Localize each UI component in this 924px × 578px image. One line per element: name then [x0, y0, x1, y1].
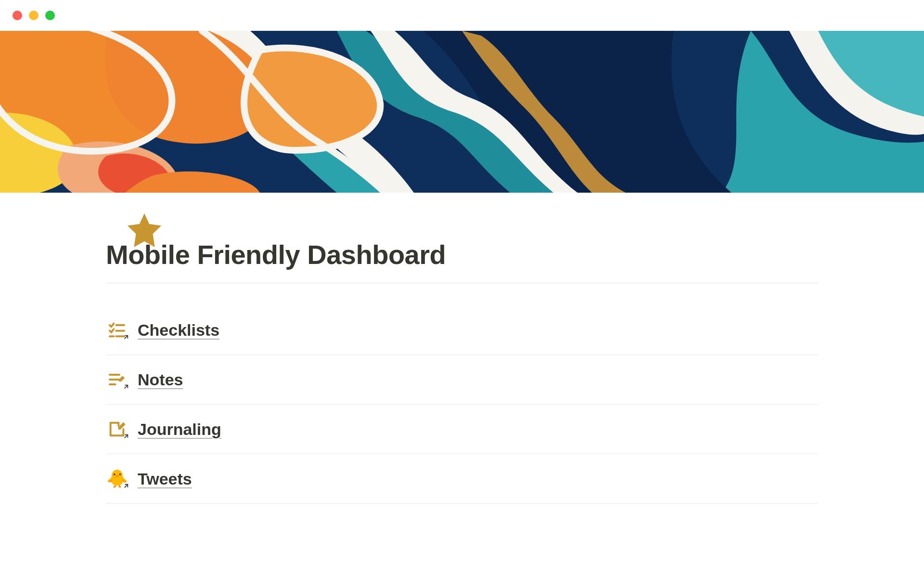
star-icon	[124, 210, 165, 256]
notes-icon	[106, 368, 128, 391]
title-divider	[106, 283, 818, 283]
close-window-button[interactable]	[13, 11, 22, 20]
link-arrow-icon	[122, 433, 130, 442]
journal-icon	[106, 418, 128, 440]
link-arrow-icon	[122, 383, 130, 393]
page-link-label: Notes	[138, 370, 183, 389]
window-controls	[13, 11, 55, 20]
page-title[interactable]: Mobile Friendly Dashboard	[106, 239, 818, 270]
maximize-window-button[interactable]	[45, 11, 55, 20]
page-body: Mobile Friendly Dashboard Checklists	[63, 239, 861, 504]
link-arrow-icon	[122, 333, 130, 343]
page-links: Checklists Notes	[106, 305, 818, 504]
page-link-tweets[interactable]: 🐥 Tweets	[106, 454, 818, 504]
page-link-notes[interactable]: Notes	[106, 355, 818, 405]
page-link-label: Tweets	[138, 470, 192, 488]
page-link-label: Journaling	[138, 420, 221, 439]
titlebar	[0, 0, 924, 31]
app-window: Mobile Friendly Dashboard Checklists	[0, 0, 924, 578]
page-icon[interactable]	[124, 208, 165, 254]
minimize-window-button[interactable]	[29, 11, 38, 20]
page-link-label: Checklists	[138, 321, 219, 340]
link-arrow-icon	[122, 482, 130, 492]
cover-image[interactable]	[0, 31, 924, 193]
checklist-icon	[106, 319, 128, 341]
page-link-journaling[interactable]: Journaling	[106, 405, 818, 454]
chick-emoji-icon: 🐥	[106, 468, 128, 490]
page-link-checklists[interactable]: Checklists	[106, 305, 818, 355]
